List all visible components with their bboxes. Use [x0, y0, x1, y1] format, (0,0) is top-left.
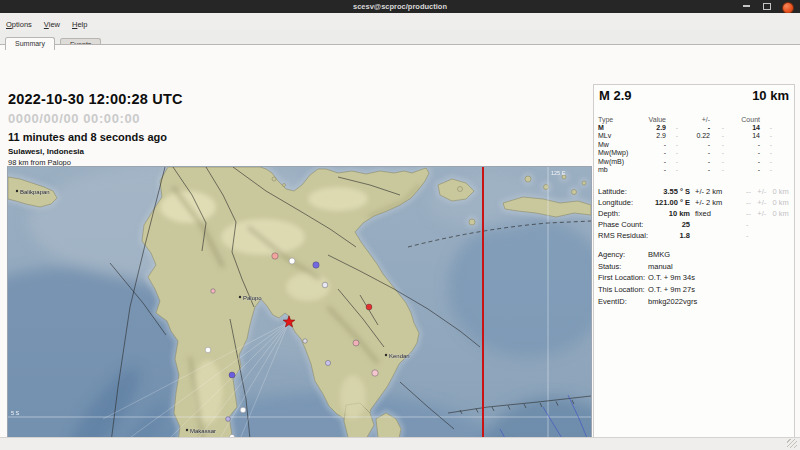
mag-cell: - [666, 158, 678, 165]
mag-cell: - [710, 124, 724, 131]
event-dot [226, 417, 231, 422]
info-label: This Location: [598, 285, 648, 294]
origin-alt-value: - [732, 231, 792, 240]
info-value: manual [648, 262, 792, 271]
origin-row: Longitude:121.00 ° E+/- 2 km-- +/- 0 km [598, 197, 792, 208]
event-dot [372, 370, 378, 376]
mag-cell: - [760, 124, 772, 131]
event-dot [272, 253, 278, 259]
origin-value: 10 km [654, 209, 690, 218]
tab-summary[interactable]: Summary [5, 37, 55, 51]
depth-value: 10 km [752, 88, 789, 103]
origin-row: RMS Residual:1.8- [598, 230, 792, 241]
maximize-icon[interactable] [763, 3, 771, 10]
origin-alt-value: -- +/- 0 km [732, 187, 792, 196]
minimize-icon[interactable] [743, 5, 750, 7]
city-label: Makassar [190, 428, 216, 434]
origin-value: 3.55 ° S [654, 187, 690, 196]
mag-cell: - [678, 141, 710, 148]
close-icon[interactable] [782, 2, 794, 14]
mag-cell: - [640, 158, 666, 165]
info-row: This Location:O.T. + 9m 27s [598, 284, 792, 296]
info-value: O.T. + 9m 34s [648, 273, 792, 282]
mag-cell: - [666, 124, 678, 131]
mag-cell: 14 [724, 124, 760, 131]
origin-label: Latitude: [598, 187, 654, 196]
secondary-time-placeholder: 0000/00/00 00:00:00 [8, 111, 140, 126]
info-row: Agency:BMKG [598, 249, 792, 261]
magnitude-value: M 2.9 [599, 88, 632, 103]
title-bar[interactable]: scesv@scproc/production [0, 0, 800, 13]
event-dot [303, 339, 307, 343]
mag-cell: - [760, 141, 772, 148]
table-header: Type [598, 116, 640, 123]
event-dot [353, 340, 359, 346]
city-label: Kendari [389, 353, 410, 359]
event-details-panel: M 2.9 10 km TypeValue+/-CountM2.9---14-M… [593, 84, 795, 450]
mag-cell: - [666, 132, 678, 139]
origin-time-heading: 2022-10-30 12:00:28 UTC [8, 91, 183, 107]
event-dot [240, 407, 246, 413]
event-dot [325, 360, 330, 365]
origin-uncertainty: fixed [690, 209, 732, 218]
event-map[interactable]: 125 E 5 S [7, 166, 592, 450]
region-name: Sulawesi, Indonesia [8, 147, 84, 156]
mag-cell: - [666, 149, 678, 156]
event-info: Agency:BMKGStatus:manualFirst Location:O… [598, 249, 792, 307]
info-label: First Location: [598, 273, 648, 282]
city-label: Palopo [243, 295, 262, 301]
mag-type: Mw [598, 141, 640, 148]
resize-grip[interactable] [787, 439, 797, 448]
mag-cell: - [678, 149, 710, 156]
grid-label-longitude: 125 E [551, 170, 566, 176]
mag-type: M [598, 124, 640, 131]
mag-cell: - [724, 158, 760, 165]
event-dot [322, 282, 328, 288]
mag-cell: - [640, 149, 666, 156]
summary-tab-content: 2022-10-30 12:00:28 UTC 0000/00/00 00:00… [0, 44, 800, 437]
origin-alt-value: -- +/- 0 km [732, 209, 792, 218]
info-label: Status: [598, 262, 648, 271]
origin-row: Phase Count:25- [598, 219, 792, 230]
mag-cell: - [666, 141, 678, 148]
origin-row: Latitude:3.55 ° S+/- 2 km-- +/- 0 km [598, 186, 792, 197]
mag-cell: 0.22 [678, 132, 710, 139]
window-title: scesv@scproc/production [353, 2, 447, 11]
table-header: Value [640, 116, 666, 123]
mag-cell: - [710, 166, 724, 173]
mag-cell: - [640, 166, 666, 173]
origin-label: Longitude: [598, 198, 654, 207]
mag-cell: 14 [724, 132, 760, 139]
event-dot [366, 304, 372, 310]
mag-cell: - [724, 166, 760, 173]
mag-type: mb [598, 166, 640, 173]
mag-cell: - [710, 149, 724, 156]
city-dot [16, 190, 18, 192]
info-row: EventID:bmkg2022vgrs [598, 295, 792, 307]
info-row: First Location:O.T. + 9m 34s [598, 272, 792, 284]
grid-label-latitude: 5 S [11, 410, 20, 416]
city-label: Balikpapan [20, 189, 50, 195]
mag-cell: - [678, 124, 710, 131]
elapsed-time-text: 11 minutes and 8 seconds ago [8, 131, 167, 143]
info-row: Status:manual [598, 261, 792, 273]
mag-cell: - [760, 149, 772, 156]
origin-uncertainty: +/- 2 km [690, 198, 732, 207]
info-value: BMKG [648, 250, 792, 259]
event-dot [229, 372, 235, 378]
mag-cell: - [760, 166, 772, 173]
origin-alt-value: - [732, 220, 792, 229]
mag-cell: - [710, 141, 724, 148]
event-dot [313, 262, 319, 268]
info-label: EventID: [598, 297, 648, 306]
origin-label: Phase Count: [598, 220, 654, 229]
mag-type: Mw(Mwp) [598, 149, 640, 156]
status-strip [0, 437, 800, 450]
mag-cell: - [760, 158, 772, 165]
mag-cell: - [710, 132, 724, 139]
mag-cell: - [640, 141, 666, 148]
mag-cell: - [724, 141, 760, 148]
origin-value: 25 [654, 220, 690, 229]
mag-type: MLv [598, 132, 640, 139]
magnitude-table: TypeValue+/-CountM2.9---14-MLv2.9-0.22-1… [598, 115, 792, 174]
